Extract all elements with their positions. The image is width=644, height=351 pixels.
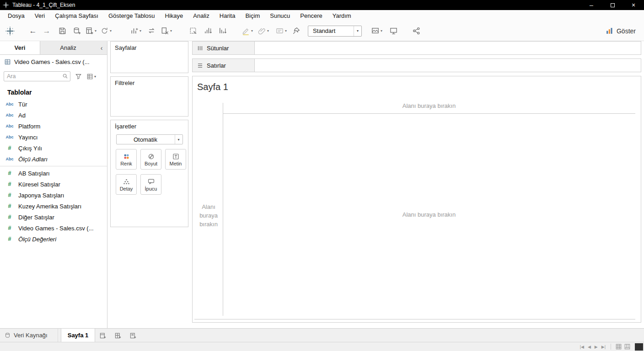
start-page-button[interactable] [5, 25, 16, 37]
show-me-button[interactable]: Göster [606, 27, 644, 35]
menu-pencere[interactable]: Pencere [295, 12, 327, 19]
new-worksheet-tab-button[interactable] [95, 329, 110, 342]
show-hide-cards-button[interactable]: ▾ [371, 25, 382, 37]
add-data-source-button[interactable] [71, 25, 82, 37]
drop-zone-rows[interactable]: Alanı buraya bırakın [195, 202, 222, 229]
field-row-ad[interactable]: Abc Ad [0, 110, 107, 121]
size-button[interactable]: Boyut [140, 149, 161, 170]
datasource-item[interactable]: Video Games - Sales.csv (... [0, 55, 107, 69]
sort-descending-icon [218, 27, 227, 35]
sort-descending-button[interactable] [217, 25, 228, 37]
filmstrip-view-button[interactable] [623, 344, 632, 350]
undo-button[interactable]: ← [27, 25, 38, 37]
collapse-pane-button[interactable]: ‹ [96, 41, 107, 54]
minimize-button[interactable]: – [581, 0, 602, 10]
field-row-olcu-degerleri[interactable]: # Ölçü Değerleri [0, 234, 107, 245]
detail-dots-icon [123, 178, 130, 186]
sheet-tab-active[interactable]: Sayfa 1 [61, 329, 96, 342]
columns-shelf-droparea[interactable] [255, 41, 641, 55]
canvas-column: Sütunlar Satırlar Sayfa 1 Alanı buraya b… [192, 41, 644, 328]
new-story-tab-button[interactable] [125, 329, 140, 342]
redo-button[interactable]: → [41, 25, 52, 37]
field-row-platform[interactable]: Abc Platform [0, 121, 107, 132]
worksheet-canvas[interactable]: Sayfa 1 Alanı buraya bırakın Alanı buray… [192, 76, 641, 323]
sort-ascending-button[interactable] [202, 25, 213, 37]
nav-prev-button[interactable]: ◀ [586, 345, 593, 349]
data-pane-tabs: Veri Analiz ‹ [0, 41, 107, 55]
fix-axes-button[interactable] [290, 25, 301, 37]
menu-calisma-sayfasi[interactable]: Çalışma Sayfası [50, 12, 103, 19]
tab-data[interactable]: Veri [0, 41, 40, 54]
menu-bicim[interactable]: Biçim [240, 12, 265, 19]
field-row-count[interactable]: # Video Games - Sales.csv (... [0, 223, 107, 234]
highlight-button[interactable] [188, 25, 199, 37]
filter-funnel-icon[interactable] [75, 73, 82, 80]
mark-type-select[interactable]: Otomatik ▾ [116, 134, 183, 144]
highlighter-pen-button[interactable]: ▾ [242, 25, 253, 37]
menu-sunucu[interactable]: Sunucu [265, 12, 295, 19]
field-row-kuzey-amerika-satislari[interactable]: # Kuzey Amerika Satışları [0, 201, 107, 212]
drop-zone-columns[interactable]: Alanı buraya bırakın [223, 102, 635, 109]
menu-dosya[interactable]: Dosya [3, 12, 30, 19]
detail-button[interactable]: Detay [116, 174, 137, 195]
field-row-cikis-yili[interactable]: # Çıkış Yılı [0, 143, 107, 154]
new-dashboard-tab-button[interactable] [110, 329, 125, 342]
rows-shelf-droparea[interactable] [255, 58, 641, 72]
save-button[interactable] [57, 25, 68, 37]
tooltip-button[interactable]: İpucu [140, 174, 161, 195]
field-row-diger-satislar[interactable]: # Diğer Satışlar [0, 212, 107, 223]
field-row-kuresel-satislar[interactable]: # Küresel Satışlar [0, 179, 107, 190]
mark-labels-button[interactable]: ▾ [275, 25, 287, 37]
bar-chart-icon [130, 27, 139, 35]
group-members-button[interactable]: ▾ [258, 25, 269, 37]
field-label: Ad [18, 112, 26, 119]
save-icon [58, 27, 67, 35]
menu-analiz[interactable]: Analiz [188, 12, 214, 19]
field-row-ab-satislari[interactable]: # AB Satışları [0, 168, 107, 179]
filters-shelf[interactable]: Filtreler [110, 76, 188, 117]
field-row-japonya-satislari[interactable]: # Japonya Satışları [0, 190, 107, 201]
fit-select[interactable]: Standart ▾ [308, 26, 362, 37]
presentation-monitor-icon [389, 27, 398, 35]
color-button[interactable]: Renk [116, 149, 137, 170]
menu-yardim[interactable]: Yardım [327, 12, 356, 19]
tableau-logo-icon [5, 26, 15, 36]
drop-zone-body[interactable]: Alanı buraya bırakın [223, 211, 635, 218]
menu-harita[interactable]: Harita [215, 12, 241, 19]
header-horizontal-line [223, 113, 635, 114]
text-button[interactable]: Metin [165, 149, 186, 170]
share-workbook-button[interactable] [411, 25, 422, 37]
menu-gosterge-tablosu[interactable]: Gösterge Tablosu [103, 12, 160, 19]
maximize-button[interactable] [602, 0, 623, 10]
menu-veri[interactable]: Veri [30, 12, 50, 19]
tab-analytics[interactable]: Analiz [40, 41, 96, 54]
refresh-data-button[interactable]: ▾ [100, 25, 112, 37]
marks-card[interactable]: İşaretler Otomatik ▾ Renk Boyut [110, 120, 188, 227]
presentation-mode-button[interactable] [388, 25, 399, 37]
paperclip-icon [258, 27, 266, 35]
show-me-collapsed-panel[interactable] [635, 343, 643, 351]
tile-view-button[interactable] [614, 344, 623, 350]
nav-first-button[interactable]: |◀ [578, 345, 586, 349]
datasource-tab[interactable]: Veri Kaynağı [0, 329, 58, 342]
quick-analysis-button[interactable]: ▾ [130, 25, 141, 37]
close-button[interactable]: × [623, 0, 644, 10]
sheet-tabs-bar: Veri Kaynağı Sayfa 1 [0, 328, 644, 342]
tooltip-button-label: İpucu [145, 186, 157, 191]
new-worksheet-button[interactable]: ▾ [85, 25, 97, 37]
field-row-yayinci[interactable]: Abc Yayıncı [0, 132, 107, 143]
field-row-olcu-adlari[interactable]: Abc Ölçü Adları [0, 154, 107, 165]
search-input[interactable] [4, 71, 70, 81]
new-dashboard-icon [114, 332, 122, 339]
swap-rows-columns-button[interactable] [146, 25, 157, 37]
view-options-button[interactable]: ▾ [86, 73, 96, 80]
nav-last-button[interactable]: ▶| [600, 345, 607, 349]
field-row-tur[interactable]: Abc Tür [0, 99, 107, 110]
columns-shelf: Sütunlar [192, 41, 641, 55]
pages-shelf[interactable]: Sayfalar [110, 41, 188, 73]
nav-next-button[interactable]: ▶ [593, 345, 600, 349]
highlighter-pen-icon [242, 27, 250, 35]
new-worksheet-icon [99, 332, 107, 339]
clear-sheet-button[interactable]: ▾ [161, 25, 172, 37]
menu-hikaye[interactable]: Hikaye [160, 12, 188, 19]
